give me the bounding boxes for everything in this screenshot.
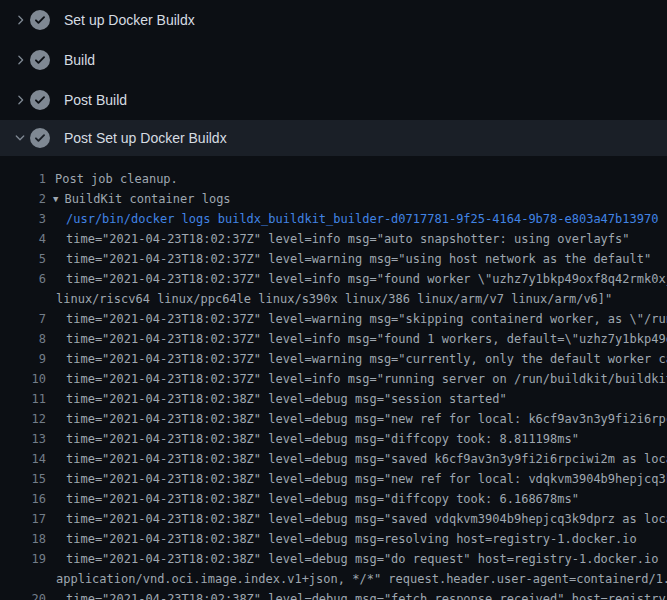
log-line: 7time="2021-04-23T18:02:37Z" level=warni… xyxy=(0,309,667,329)
log-text: application/vnd.oci.image.index.v1+json,… xyxy=(46,569,667,589)
log-line: 6time="2021-04-23T18:02:37Z" level=info … xyxy=(0,269,667,289)
line-number[interactable]: 9 xyxy=(0,349,46,369)
log-line: 14time="2021-04-23T18:02:38Z" level=debu… xyxy=(0,449,667,469)
log-line: 10time="2021-04-23T18:02:37Z" level=info… xyxy=(0,369,667,389)
steps-list: Set up Docker BuildxBuildPost BuildPost … xyxy=(0,0,667,156)
log-line: 18time="2021-04-23T18:02:38Z" level=debu… xyxy=(0,529,667,549)
log-text: Post job cleanup. xyxy=(46,169,667,189)
log-text: time="2021-04-23T18:02:37Z" level=warnin… xyxy=(46,249,667,269)
log-text: time="2021-04-23T18:02:38Z" level=debug … xyxy=(46,409,667,429)
check-circle-icon xyxy=(30,50,50,70)
line-number[interactable]: 16 xyxy=(0,489,46,509)
line-number[interactable]: 12 xyxy=(0,409,46,429)
chevron-right-icon xyxy=(13,93,27,107)
line-number[interactable]: 2 xyxy=(0,189,46,209)
log-text: time="2021-04-23T18:02:38Z" level=debug … xyxy=(46,529,667,549)
chevron-right-icon xyxy=(13,13,27,27)
log-line: 2▼BuildKit container logs xyxy=(0,189,667,209)
step-header-post-build[interactable]: Post Build xyxy=(0,80,667,120)
step-label: Post Set up Docker Buildx xyxy=(64,130,227,146)
log-line: 15time="2021-04-23T18:02:38Z" level=debu… xyxy=(0,469,667,489)
log-line: 1Post job cleanup. xyxy=(0,169,667,189)
log-text[interactable]: ▼BuildKit container logs xyxy=(46,189,667,209)
log-text: time="2021-04-23T18:02:37Z" level=warnin… xyxy=(46,349,667,369)
log-command-text: /usr/bin/docker logs buildx_buildkit_bui… xyxy=(46,209,667,229)
log-line: 5time="2021-04-23T18:02:37Z" level=warni… xyxy=(0,249,667,269)
log-text: time="2021-04-23T18:02:37Z" level=info m… xyxy=(46,269,667,289)
log-container: 1Post job cleanup.2▼BuildKit container l… xyxy=(0,156,667,600)
check-circle-icon xyxy=(30,10,50,30)
line-number[interactable]: 1 xyxy=(0,169,46,189)
step-header-set-up-docker-buildx[interactable]: Set up Docker Buildx xyxy=(0,0,667,40)
log-line-continuation: application/vnd.oci.image.index.v1+json,… xyxy=(0,569,667,589)
log-text: time="2021-04-23T18:02:37Z" level=info m… xyxy=(46,329,667,349)
chevron-right-icon xyxy=(13,53,27,67)
log-text: time="2021-04-23T18:02:38Z" level=debug … xyxy=(46,429,667,449)
line-number[interactable]: 10 xyxy=(0,369,46,389)
line-number[interactable]: 17 xyxy=(0,509,46,529)
step-header-build[interactable]: Build xyxy=(0,40,667,80)
step-label: Build xyxy=(64,52,95,68)
log-line: 4time="2021-04-23T18:02:37Z" level=info … xyxy=(0,229,667,249)
line-number[interactable]: 14 xyxy=(0,449,46,469)
line-number[interactable]: 4 xyxy=(0,229,46,249)
log-line: 11time="2021-04-23T18:02:38Z" level=debu… xyxy=(0,389,667,409)
log-text: linux/riscv64 linux/ppc64le linux/s390x … xyxy=(46,289,667,309)
line-number[interactable]: 19 xyxy=(0,549,46,569)
step-label: Set up Docker Buildx xyxy=(64,12,195,28)
check-circle-icon xyxy=(30,128,50,148)
log-text: time="2021-04-23T18:02:38Z" level=debug … xyxy=(46,589,667,600)
log-text: time="2021-04-23T18:02:38Z" level=debug … xyxy=(46,509,667,529)
log-line: 19time="2021-04-23T18:02:38Z" level=debu… xyxy=(0,549,667,569)
log-group-label: BuildKit container logs xyxy=(64,192,230,206)
log-line-continuation: linux/riscv64 linux/ppc64le linux/s390x … xyxy=(0,289,667,309)
log-line: 3/usr/bin/docker logs buildx_buildkit_bu… xyxy=(0,209,667,229)
line-number[interactable]: 5 xyxy=(0,249,46,269)
chevron-down-icon xyxy=(13,131,27,145)
log-text: time="2021-04-23T18:02:38Z" level=debug … xyxy=(46,469,667,489)
step-header-post-set-up-docker-buildx[interactable]: Post Set up Docker Buildx xyxy=(0,120,667,156)
line-number[interactable]: 8 xyxy=(0,329,46,349)
line-number[interactable]: 13 xyxy=(0,429,46,449)
line-number-gutter xyxy=(0,289,46,309)
log-text: time="2021-04-23T18:02:37Z" level=info m… xyxy=(46,229,667,249)
log-text: time="2021-04-23T18:02:38Z" level=debug … xyxy=(46,449,667,469)
triangle-down-icon: ▼ xyxy=(53,189,58,209)
line-number-gutter xyxy=(0,569,46,589)
log-text: time="2021-04-23T18:02:37Z" level=info m… xyxy=(46,369,667,389)
step-label: Post Build xyxy=(64,92,127,108)
log-line: 16time="2021-04-23T18:02:38Z" level=debu… xyxy=(0,489,667,509)
check-circle-icon xyxy=(30,90,50,110)
log-text: time="2021-04-23T18:02:38Z" level=debug … xyxy=(46,489,667,509)
log-line: 8time="2021-04-23T18:02:37Z" level=info … xyxy=(0,329,667,349)
line-number[interactable]: 3 xyxy=(0,209,46,229)
log-line: 12time="2021-04-23T18:02:38Z" level=debu… xyxy=(0,409,667,429)
log-line: 13time="2021-04-23T18:02:38Z" level=debu… xyxy=(0,429,667,449)
line-number[interactable]: 20 xyxy=(0,589,46,600)
line-number[interactable]: 7 xyxy=(0,309,46,329)
line-number[interactable]: 11 xyxy=(0,389,46,409)
log-text: time="2021-04-23T18:02:38Z" level=debug … xyxy=(46,389,667,409)
line-number[interactable]: 6 xyxy=(0,269,46,289)
line-number[interactable]: 15 xyxy=(0,469,46,489)
line-number[interactable]: 18 xyxy=(0,529,46,549)
log-text: time="2021-04-23T18:02:37Z" level=warnin… xyxy=(46,309,667,329)
log-line: 9time="2021-04-23T18:02:37Z" level=warni… xyxy=(0,349,667,369)
log-line: 20time="2021-04-23T18:02:38Z" level=debu… xyxy=(0,589,667,600)
log-text: time="2021-04-23T18:02:38Z" level=debug … xyxy=(46,549,667,569)
log-line: 17time="2021-04-23T18:02:38Z" level=debu… xyxy=(0,509,667,529)
